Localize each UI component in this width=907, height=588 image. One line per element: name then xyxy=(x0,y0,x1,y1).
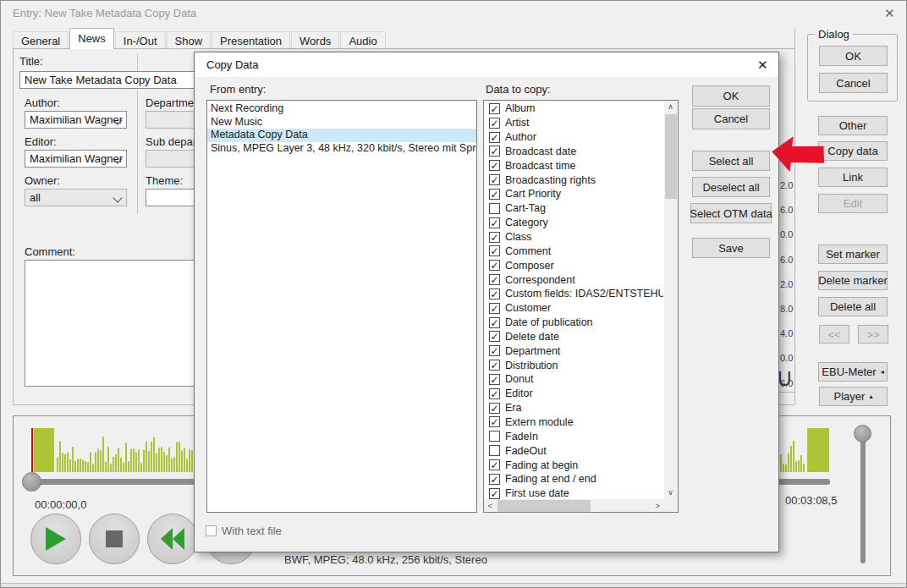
data-item-row[interactable]: ✓Broadcast time xyxy=(484,158,663,173)
volume-slider-track[interactable] xyxy=(860,434,866,563)
dialog-cancel-button[interactable]: Cancel xyxy=(819,73,888,93)
checkbox-checked-icon[interactable]: ✓ xyxy=(489,289,500,299)
deselect-all-button[interactable]: Deselect all xyxy=(692,177,770,197)
data-item-row[interactable]: ✓Department xyxy=(484,343,663,358)
data-item-row[interactable]: ✓Extern module xyxy=(484,415,663,430)
select-otm-data-button[interactable]: Select OTM data xyxy=(690,203,772,223)
checkbox-checked-icon[interactable]: ✓ xyxy=(489,260,500,271)
data-item-row[interactable]: ✓Composer xyxy=(484,258,663,272)
checkbox-checked-icon[interactable]: ✓ xyxy=(489,416,500,427)
owner-combobox[interactable]: all xyxy=(25,189,127,206)
data-item-row[interactable]: ✓Correspondent xyxy=(484,272,663,287)
checkbox-checked-icon[interactable]: ✓ xyxy=(489,189,500,200)
author-combobox[interactable]: Maximilian Wagner xyxy=(25,111,127,129)
tab-show[interactable]: Show xyxy=(167,31,212,49)
checkbox-unchecked-icon[interactable] xyxy=(489,445,500,456)
data-item-row[interactable]: ✓Broadcast date xyxy=(484,145,663,159)
data-item-row[interactable]: FadeOut xyxy=(484,443,663,458)
data-item-row[interactable]: ✓Date of publication xyxy=(484,316,663,330)
comment-textarea[interactable] xyxy=(25,260,199,387)
tab-words[interactable]: Words xyxy=(291,31,339,49)
copy-ok-button[interactable]: OK xyxy=(692,85,770,107)
scroll-right-icon[interactable]: > xyxy=(651,499,664,513)
scroll-left-icon[interactable]: < xyxy=(484,499,497,513)
tab-presentation[interactable]: Presentation xyxy=(212,31,290,49)
set-marker-button[interactable]: Set marker xyxy=(818,245,888,264)
copy-data-close-icon[interactable]: ✕ xyxy=(757,58,768,73)
checkbox-checked-icon[interactable]: ✓ xyxy=(489,146,500,157)
scroll-down-icon[interactable]: ∨ xyxy=(664,486,677,499)
horizontal-scrollbar[interactable]: < > xyxy=(484,499,664,513)
select-all-button[interactable]: Select all xyxy=(692,151,770,171)
window-close-icon[interactable]: ✕ xyxy=(884,6,895,21)
checkbox-checked-icon[interactable]: ✓ xyxy=(489,245,500,256)
tab-general[interactable]: General xyxy=(13,31,69,49)
data-item-row[interactable]: ✓Editor xyxy=(484,387,663,401)
with-text-file-checkbox[interactable] xyxy=(206,525,217,536)
scroll-up-icon[interactable]: ∧ xyxy=(664,101,677,113)
checkbox-checked-icon[interactable]: ✓ xyxy=(489,118,500,129)
edit-button[interactable]: Edit xyxy=(818,194,888,213)
checkbox-checked-icon[interactable]: ✓ xyxy=(489,303,500,314)
checkbox-checked-icon[interactable]: ✓ xyxy=(489,274,500,285)
vertical-scrollbar-thumb[interactable] xyxy=(665,114,677,199)
stop-button[interactable] xyxy=(89,514,140,564)
data-item-row[interactable]: ✓Album xyxy=(484,102,663,116)
with-text-file-option[interactable]: With text file xyxy=(206,525,282,537)
from-entry-item[interactable]: Sinus, MPEG Layer 3, 48 kHz, 320 kbit/s,… xyxy=(207,142,476,156)
delete-all-button[interactable]: Delete all xyxy=(818,297,888,316)
checkbox-checked-icon[interactable]: ✓ xyxy=(489,345,500,356)
copy-data-titlebar[interactable] xyxy=(195,52,778,77)
next-button[interactable]: >> xyxy=(858,325,888,343)
data-item-row[interactable]: ✓First use date xyxy=(484,486,663,499)
volume-slider-thumb[interactable] xyxy=(854,425,871,442)
play-button[interactable] xyxy=(30,514,81,564)
data-to-copy-list[interactable]: ✓Album✓Artist✓Author✓Broadcast date✓Broa… xyxy=(483,100,679,513)
save-button[interactable]: Save xyxy=(692,238,770,258)
dialog-ok-button[interactable]: OK xyxy=(819,46,888,66)
previous-button[interactable]: << xyxy=(819,325,849,343)
checkbox-unchecked-icon[interactable] xyxy=(489,431,500,442)
checkbox-checked-icon[interactable]: ✓ xyxy=(489,403,500,414)
checkbox-checked-icon[interactable]: ✓ xyxy=(489,317,500,328)
checkbox-checked-icon[interactable]: ✓ xyxy=(489,160,500,171)
rewind-button[interactable] xyxy=(147,514,198,564)
delete-marker-button[interactable]: Delete marker xyxy=(818,271,888,290)
data-item-row[interactable]: ✓Author xyxy=(484,130,663,145)
tab-audio[interactable]: Audio xyxy=(340,31,385,49)
vertical-scrollbar[interactable]: ∧ ∨ xyxy=(664,101,678,499)
data-item-row[interactable]: ✓Category xyxy=(484,216,663,230)
checkbox-checked-icon[interactable]: ✓ xyxy=(489,217,500,228)
checkbox-checked-icon[interactable]: ✓ xyxy=(489,388,500,399)
checkbox-checked-icon[interactable]: ✓ xyxy=(489,331,500,342)
checkbox-checked-icon[interactable]: ✓ xyxy=(489,132,500,143)
checkbox-checked-icon[interactable]: ✓ xyxy=(489,474,500,485)
checkbox-unchecked-icon[interactable] xyxy=(489,203,500,214)
from-entry-item[interactable]: New Music xyxy=(207,116,476,129)
from-entry-item[interactable]: Metadata Copy Data xyxy=(207,129,476,142)
checkbox-checked-icon[interactable]: ✓ xyxy=(489,459,500,470)
data-item-row[interactable]: ✓Donut xyxy=(484,372,663,387)
tab-news[interactable]: News xyxy=(69,28,114,49)
data-item-row[interactable]: ✓Class xyxy=(484,230,663,245)
data-item-row[interactable]: ✓Broadcasting rights xyxy=(484,173,663,187)
checkbox-checked-icon[interactable]: ✓ xyxy=(489,374,500,385)
checkbox-checked-icon[interactable]: ✓ xyxy=(489,360,500,371)
ebu-meter-button[interactable]: EBU-Meter ◂ xyxy=(818,362,888,382)
position-slider-thumb[interactable] xyxy=(22,472,41,492)
title-input[interactable]: New Take Metadata Copy Data xyxy=(19,71,199,89)
player-button[interactable]: Player ▴ xyxy=(819,387,888,406)
from-entry-list[interactable]: Next RecordingNew MusicMetadata Copy Dat… xyxy=(206,100,477,513)
horizontal-scrollbar-thumb[interactable] xyxy=(497,500,591,512)
data-item-row[interactable]: ✓Cart Priority xyxy=(484,187,663,201)
checkbox-checked-icon[interactable]: ✓ xyxy=(489,103,500,114)
checkbox-checked-icon[interactable]: ✓ xyxy=(489,488,500,499)
data-item-row[interactable]: ✓Comment xyxy=(484,244,663,258)
data-item-row[interactable]: Cart-Tag xyxy=(484,201,663,216)
data-item-row[interactable]: ✓Fading at end / end xyxy=(484,472,663,486)
tab-in-out[interactable]: In-/Out xyxy=(115,31,166,49)
checkbox-checked-icon[interactable]: ✓ xyxy=(489,232,500,243)
data-item-row[interactable]: ✓Era xyxy=(484,401,663,415)
data-item-row[interactable]: ✓Fading at begin xyxy=(484,458,663,472)
copy-cancel-button[interactable]: Cancel xyxy=(692,108,770,129)
